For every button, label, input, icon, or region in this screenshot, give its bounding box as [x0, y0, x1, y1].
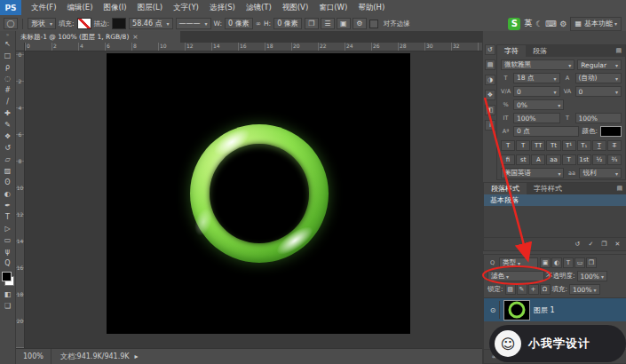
opentype-feature-button[interactable]: ⅔: [607, 154, 622, 165]
styles-panel-icon[interactable]: ❖: [485, 90, 495, 100]
healing-brush-tool[interactable]: ✚: [1, 107, 15, 119]
opentype-feature-button[interactable]: aa: [546, 154, 560, 165]
stroke-color-swatch[interactable]: [112, 18, 126, 29]
opentype-feature-button[interactable]: fi: [501, 154, 515, 165]
sogou-ime-icon[interactable]: S: [508, 18, 520, 30]
ime-moon-icon[interactable]: ☾: [535, 20, 543, 28]
gradient-tool[interactable]: ▨: [1, 165, 15, 177]
pen-tool[interactable]: ✒: [1, 200, 15, 211]
opentype-feature-button[interactable]: A: [531, 154, 545, 165]
rectangular-marquee-tool[interactable]: □: [1, 50, 15, 61]
eraser-tool[interactable]: ▱: [1, 154, 15, 165]
type-style-button[interactable]: T₁: [577, 140, 591, 151]
menu-item[interactable]: 选择(S): [204, 0, 241, 15]
type-layer-filter-icon[interactable]: T: [563, 257, 574, 268]
brush-tool[interactable]: ✎: [1, 119, 15, 131]
history-panel-icon[interactable]: ↺: [485, 44, 495, 55]
vertical-scale-field[interactable]: 100%: [513, 113, 560, 123]
type-tool[interactable]: T: [1, 211, 15, 223]
tool-mode-select[interactable]: 形状: [28, 18, 56, 29]
path-selection-tool[interactable]: ▷: [1, 223, 15, 234]
layer-visibility-icon[interactable]: ⊙: [487, 301, 500, 319]
path-arrange-icon[interactable]: ▣: [337, 18, 351, 29]
lock-position-icon[interactable]: +: [528, 284, 539, 295]
history-brush-tool[interactable]: ↺: [1, 142, 15, 154]
rectangle-tool[interactable]: ▭: [1, 234, 15, 246]
menu-item[interactable]: 文字(Y): [168, 0, 204, 15]
menu-item[interactable]: 帮助(H): [353, 0, 390, 15]
layer-filter-type-select[interactable]: 类型: [499, 257, 538, 268]
type-style-button[interactable]: T: [501, 140, 515, 151]
pixel-layer-filter-icon[interactable]: ▣: [540, 257, 551, 268]
blur-tool[interactable]: ʘ: [1, 177, 15, 188]
menu-item[interactable]: 滤镜(T): [241, 0, 277, 15]
tab-paragraph-styles[interactable]: 段落样式: [484, 183, 527, 194]
dodge-tool[interactable]: ◐: [1, 188, 15, 200]
close-tab-icon[interactable]: ×: [132, 33, 138, 41]
color-panel-icon[interactable]: ◧: [485, 105, 495, 115]
type-style-button[interactable]: T¹: [562, 140, 576, 151]
canvas-area[interactable]: [25, 51, 482, 348]
new-style-icon[interactable]: ❐: [598, 240, 610, 249]
leading-select[interactable]: (自动): [575, 73, 622, 83]
font-size-select[interactable]: 18 点: [513, 73, 560, 83]
baseline-shift-field[interactable]: 0 点: [513, 126, 579, 137]
tool-preset-dropdown[interactable]: ◯: [4, 18, 18, 29]
gear-icon[interactable]: ⚙: [353, 18, 367, 29]
shape-width-field[interactable]: 0 像素: [225, 18, 253, 29]
tab-character[interactable]: 字符: [497, 45, 526, 57]
language-select[interactable]: 美国英语: [501, 168, 564, 178]
crop-tool[interactable]: #: [1, 84, 15, 96]
zoom-level-field[interactable]: 100%: [16, 349, 52, 364]
stroke-type-select[interactable]: ———: [176, 18, 211, 29]
opentype-feature-button[interactable]: T: [562, 154, 576, 165]
font-family-select[interactable]: 微软雅黑: [501, 59, 574, 70]
menu-item[interactable]: 文件(F): [26, 0, 62, 15]
path-align-icon[interactable]: ☰: [321, 18, 335, 29]
clone-stamp-tool[interactable]: ❖: [1, 131, 15, 142]
quick-selection-tool[interactable]: ◌: [1, 73, 15, 84]
ime-keyboard-icon[interactable]: ⌨: [545, 20, 557, 28]
font-style-select[interactable]: Regular: [577, 59, 622, 70]
horizontal-ruler[interactable]: 02468101214161820222426283032: [25, 43, 482, 51]
ruler-origin[interactable]: [16, 43, 25, 51]
ime-wrench-icon[interactable]: ⚙: [559, 20, 567, 28]
info-panel-icon[interactable]: i: [485, 120, 495, 131]
document-canvas[interactable]: [107, 53, 410, 334]
apply-style-icon[interactable]: ✓: [585, 240, 597, 249]
type-style-button[interactable]: Tt: [546, 140, 560, 151]
smart-object-filter-icon[interactable]: ❐: [586, 257, 597, 268]
menu-item[interactable]: 图像(I): [99, 0, 132, 15]
status-arrow-icon[interactable]: ▸: [135, 352, 139, 360]
layer-row[interactable]: ⊙ 图层 1: [484, 298, 626, 321]
align-edges-checkbox[interactable]: [369, 20, 378, 28]
panel-menu-icon[interactable]: ▤: [613, 183, 626, 194]
opentype-feature-button[interactable]: st: [516, 154, 530, 165]
lasso-tool[interactable]: ρ: [1, 61, 15, 73]
layer-name[interactable]: 图层 1: [534, 305, 555, 315]
adjustment-layer-filter-icon[interactable]: ◐: [551, 257, 562, 268]
zoom-tool[interactable]: Q: [1, 257, 15, 269]
lock-pixels-icon[interactable]: ✎: [517, 284, 527, 295]
hand-tool[interactable]: ψ: [1, 246, 15, 257]
horizontal-scale-field[interactable]: 100%: [575, 113, 622, 123]
menu-item[interactable]: 窗口(W): [313, 0, 353, 15]
panel-menu-icon[interactable]: ▤: [612, 45, 625, 57]
adjustments-panel-icon[interactable]: ◑: [485, 75, 495, 85]
proportional-spacing-select[interactable]: 0%: [513, 99, 564, 110]
fill-color-swatch[interactable]: [77, 18, 91, 29]
toolbar-collapse-icon[interactable]: »: [6, 31, 10, 38]
menu-item[interactable]: 图层(L): [132, 0, 168, 15]
tab-paragraph[interactable]: 段落: [526, 45, 554, 57]
type-style-button[interactable]: T: [516, 140, 530, 151]
type-style-button[interactable]: TT: [531, 140, 545, 151]
vertical-ruler[interactable]: 02468101214161820: [16, 51, 25, 348]
text-color-swatch[interactable]: [600, 126, 622, 137]
link-dimensions-icon[interactable]: ∞: [256, 20, 261, 28]
blend-mode-select[interactable]: 滤色: [487, 271, 544, 281]
load-styles-icon[interactable]: ↺: [572, 240, 583, 249]
lock-all-icon[interactable]: Ω: [540, 284, 551, 295]
screen-mode-tool[interactable]: ❏: [1, 300, 15, 312]
opacity-field[interactable]: 100%: [577, 271, 607, 281]
shape-layer-filter-icon[interactable]: ▭: [574, 257, 585, 268]
